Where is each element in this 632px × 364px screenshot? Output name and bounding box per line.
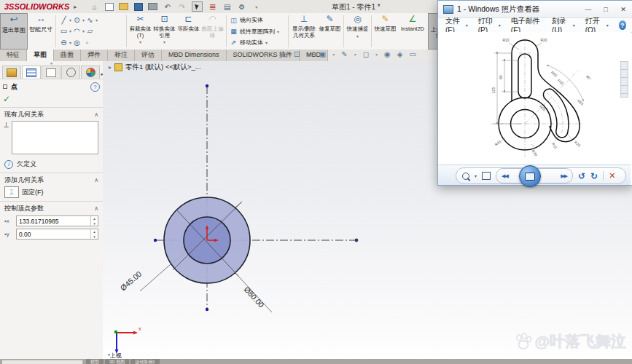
rectangle-dropdown-icon[interactable]: ▾	[69, 28, 71, 33]
tab-sketch[interactable]: 草图	[27, 50, 54, 61]
tab-surfaces[interactable]: 曲面	[54, 50, 81, 61]
slot-tool-icon[interactable]: ⊖	[59, 39, 69, 47]
centerline-endpoint-top[interactable]	[206, 84, 208, 87]
view-settings-icon[interactable]: ▭	[409, 50, 416, 58]
dim-text-inner[interactable]: Ø45.00	[118, 269, 143, 293]
x-spinner[interactable]: ▴▾	[90, 216, 98, 226]
photo-display-area[interactable]: R10 R20 125 65 R60 R30 45° R65 R35 R45 R…	[439, 32, 630, 165]
view-orientation-icon[interactable]: ▣	[319, 50, 326, 58]
save-icon[interactable]	[133, 2, 143, 11]
quick-snap-dropdown-icon[interactable]: ▾	[356, 33, 359, 40]
point-tool-icon[interactable]: ▫	[82, 39, 92, 47]
line-tool-icon[interactable]: ╱	[59, 16, 69, 24]
graphics-feature-tree[interactable]: ▸ 零件1 (默认) <<默认>_...	[109, 63, 201, 72]
centerline-endpoint-right[interactable]	[355, 239, 359, 242]
x-spin-down-icon[interactable]: ▾	[93, 222, 95, 225]
centerline-endpoint-left[interactable]	[154, 239, 157, 242]
view-orientation-dropdown-icon[interactable]: ▾	[332, 52, 335, 57]
add-relations-collapse-icon[interactable]: ∧	[94, 177, 98, 183]
tab-evaluate[interactable]: 评估	[135, 50, 162, 61]
tree-part-label[interactable]: 零件1 (默认) <<默认>_...	[125, 63, 201, 72]
line-dropdown-icon[interactable]: ▾	[69, 17, 71, 23]
tab-propertymanager[interactable]	[22, 66, 41, 79]
home-icon[interactable]: ⌂	[90, 2, 99, 11]
y-spin-down-icon[interactable]: ▾	[93, 235, 95, 238]
existing-relations-collapse-icon[interactable]: ∧	[94, 111, 98, 118]
polygon-tool-icon[interactable]: ◎	[72, 39, 82, 47]
minimize-button[interactable]: —	[580, 4, 597, 15]
display-style-icon[interactable]: ✎	[341, 50, 347, 58]
next-button[interactable]: ▶▶	[561, 173, 567, 179]
slideshow-button[interactable]	[519, 165, 541, 187]
section-view-icon[interactable]: ✂	[306, 50, 312, 58]
y-spinner[interactable]: ▴▾	[90, 229, 98, 239]
new-document-icon[interactable]	[104, 2, 114, 11]
print-icon[interactable]	[148, 2, 157, 11]
convert-dropdown-icon[interactable]: ▾	[163, 39, 165, 46]
add-relations-header[interactable]: 添加几何关系 ∧	[0, 175, 103, 185]
tab-annotation[interactable]: 标注	[108, 50, 135, 61]
zoom-icon[interactable]	[462, 173, 469, 180]
y-coordinate-field[interactable]: 0.00 ▴▾	[16, 229, 98, 240]
linear-pattern-button[interactable]: ▦ 线性草图阵列 ▾	[230, 28, 286, 36]
dim-text-outer[interactable]: Ø80.00	[243, 285, 266, 309]
offset-entities-button[interactable]: ⊏ 等距实体	[176, 13, 200, 50]
relations-listbox[interactable]	[12, 121, 98, 154]
vertex-params-collapse-icon[interactable]: ∧	[94, 205, 98, 212]
rotate-clockwise-button[interactable]: ↻	[590, 173, 598, 180]
circle-dropdown-icon[interactable]: ▾	[82, 17, 85, 23]
tab-motion-study[interactable]: 运动算例1	[130, 359, 159, 364]
circle-tool-icon[interactable]: ⊙	[72, 16, 82, 24]
tab-featuremanager-tree[interactable]	[2, 66, 21, 79]
arc-dropdown-icon[interactable]: ▾	[82, 28, 85, 33]
rectangle-tool-icon[interactable]: ▭	[59, 27, 69, 35]
y-coordinate-value[interactable]: 0.00	[17, 231, 90, 238]
tab-mbd-dimensions[interactable]: MBD Dimensions	[162, 50, 227, 61]
zoom-dropdown-icon[interactable]: ▾	[475, 173, 477, 178]
menu-flyout-arrow-icon[interactable]: ▸	[74, 4, 77, 10]
spline-dropdown-icon[interactable]: ▾	[95, 17, 98, 23]
ok-checkmark-button[interactable]: ✓	[0, 94, 103, 106]
smart-dimension-button[interactable]: ↔ 智能尺寸	[28, 13, 54, 50]
zoom-area-icon[interactable]: ⊡	[294, 50, 300, 58]
trim-dropdown-icon[interactable]: ▾	[139, 39, 141, 46]
trim-entities-button[interactable]: ✂ 剪裁实体(T) ▾	[128, 13, 152, 50]
quick-snap-button[interactable]: ◎ 快速捕捉 ▾	[346, 13, 370, 50]
slot-dropdown-icon[interactable]: ▾	[69, 40, 71, 45]
delete-button[interactable]: ✕	[609, 171, 615, 181]
maximize-button[interactable]: □	[597, 4, 615, 15]
hide-show-items-icon[interactable]: ◻	[363, 50, 369, 58]
close-button[interactable]: ✕	[615, 4, 632, 15]
dim-text-inner-group[interactable]: Ø45.00	[118, 269, 143, 293]
options-dropdown-icon[interactable]: ▾	[251, 2, 261, 11]
display-relations-button[interactable]: ⊥ 显示/删除 几何关系	[290, 13, 318, 50]
undo-icon[interactable]: ↶	[163, 2, 172, 11]
vertex-params-header[interactable]: 控制顶点参数 ∧	[0, 203, 103, 213]
quick-sketch-button[interactable]: ✎ 快速草图	[373, 13, 397, 50]
mirror-entities-button[interactable]: ◫ 镜向实体	[230, 16, 286, 24]
previous-button[interactable]: ◀◀	[502, 173, 508, 179]
move-dropdown-icon[interactable]: ▾	[265, 40, 268, 45]
tab-features[interactable]: 特征	[0, 50, 27, 61]
tab-displaymanager[interactable]	[81, 66, 100, 79]
y-spin-up-icon[interactable]: ▴	[93, 230, 95, 233]
tab-configurationmanager[interactable]	[42, 66, 61, 79]
x-spin-up-icon[interactable]: ▴	[93, 217, 95, 220]
photo-viewer-window[interactable]: 1 - Windows 照片查看器 — □ ✕ 文件(F)▾ 打印(P)▾ 电子…	[437, 0, 632, 186]
existing-relations-header[interactable]: 现有几何关系 ∧	[0, 109, 103, 119]
centerline-endpoint-bottom[interactable]	[206, 308, 208, 311]
move-entities-button[interactable]: ⇗ 移动实体 ▾	[230, 39, 286, 47]
tab-model[interactable]: 模型	[86, 359, 104, 364]
convert-entities-button[interactable]: ⊡ 转换实体引用 ▾	[152, 13, 176, 50]
spline-tool-icon[interactable]: ∿	[85, 16, 95, 24]
tab-3d-views[interactable]: 3D 视图	[105, 359, 129, 364]
rebuild-icon[interactable]: 𝌆	[208, 2, 217, 11]
redo-icon[interactable]: ↷	[177, 2, 187, 11]
tab-weldments[interactable]: 焊件	[81, 50, 108, 61]
repair-sketch-button[interactable]: ✎ 修复草图	[318, 13, 342, 50]
open-document-icon[interactable]	[119, 2, 128, 11]
scene-icon[interactable]: ◈	[397, 50, 403, 58]
appearance-icon[interactable]: ◉	[384, 50, 391, 58]
zoom-fit-icon[interactable]: ⌂	[283, 50, 287, 58]
ellipse-tool-icon[interactable]: ▱	[85, 27, 95, 35]
